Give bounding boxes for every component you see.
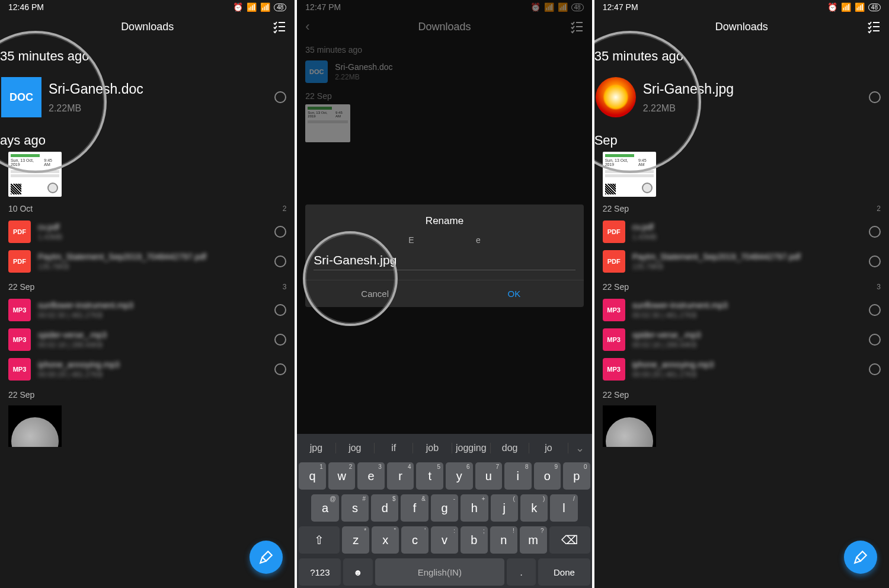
key-s[interactable]: s# bbox=[341, 494, 369, 522]
select-checkbox[interactable] bbox=[642, 183, 653, 193]
select-checkbox[interactable] bbox=[274, 334, 286, 346]
file-name: Paytm_Statement_Sep2019_7048442797.pdf bbox=[38, 252, 270, 261]
suggestion[interactable]: job bbox=[413, 443, 452, 453]
key-p[interactable]: p0 bbox=[563, 462, 590, 490]
ticket-thumbnail[interactable]: Sun, 13 Oct, 20199:45 AM bbox=[603, 152, 656, 197]
key-l[interactable]: l/ bbox=[550, 494, 577, 522]
cancel-button[interactable]: Cancel bbox=[305, 280, 444, 307]
file-row[interactable]: MP3 spider-verse_.mp300:02:18 | 289.44KB bbox=[594, 325, 889, 354]
file-row[interactable]: MP3 iphone_annoying.mp300:00:29 | 481.27… bbox=[0, 354, 295, 384]
ticket-thumbnail[interactable]: Sun, 13 Oct, 20199:45 AM bbox=[8, 152, 62, 197]
broom-icon bbox=[258, 549, 274, 565]
file-row[interactable]: PDF Paytm_Statement_Sep2019_7048442797.p… bbox=[0, 247, 295, 276]
clean-fab[interactable] bbox=[844, 541, 877, 574]
select-checkbox[interactable] bbox=[869, 334, 881, 346]
keyboard-row: q1w2e3r4t5y6u7i8o9p0 bbox=[297, 460, 591, 492]
suggestion[interactable]: jpg bbox=[297, 443, 335, 453]
key-y[interactable]: y6 bbox=[446, 462, 473, 490]
key-w[interactable]: w2 bbox=[328, 462, 356, 490]
key-b[interactable]: b; bbox=[461, 526, 488, 554]
clean-fab[interactable] bbox=[250, 541, 283, 574]
select-checkbox[interactable] bbox=[869, 255, 881, 267]
image-thumbnail[interactable] bbox=[603, 405, 656, 447]
broom-icon bbox=[853, 549, 868, 565]
select-checkbox[interactable] bbox=[869, 304, 881, 316]
date-label: 22 Sep bbox=[603, 390, 629, 400]
suggestion[interactable]: if bbox=[375, 443, 413, 453]
select-checkbox[interactable] bbox=[274, 91, 286, 103]
period-key[interactable]: . bbox=[507, 558, 536, 586]
select-mode-button[interactable] bbox=[866, 20, 881, 34]
key-k[interactable]: k) bbox=[520, 494, 548, 522]
key-e[interactable]: e3 bbox=[357, 462, 385, 490]
select-checkbox[interactable] bbox=[869, 226, 881, 238]
suggestion[interactable]: dog bbox=[491, 443, 529, 453]
suggestion-bar: jpg jog if job jogging dog jo ⌄ bbox=[297, 436, 591, 460]
file-size: 1.43MB bbox=[38, 233, 270, 241]
file-type-icon-doc: DOC bbox=[1, 77, 41, 117]
key-c[interactable]: c' bbox=[401, 526, 428, 554]
qr-code-icon bbox=[605, 184, 616, 194]
select-checkbox[interactable] bbox=[274, 226, 286, 238]
key-i[interactable]: i8 bbox=[504, 462, 532, 490]
file-type-icon-mp3: MP3 bbox=[603, 299, 625, 321]
keyboard-row: ?123 ☻ English(IN) . Done bbox=[297, 556, 591, 588]
suggestion[interactable]: jog bbox=[336, 443, 375, 453]
select-checkbox[interactable] bbox=[47, 183, 58, 193]
date-label: 22 Sep bbox=[8, 390, 34, 400]
file-row[interactable]: MP3 iphone_annoying.mp300:00:29 | 481.27… bbox=[594, 354, 889, 384]
ok-button[interactable]: OK bbox=[444, 280, 584, 307]
file-row[interactable]: MP3 spider-verse_.mp300:02:18 | 289.44KB bbox=[0, 325, 295, 354]
suggestion[interactable]: jo bbox=[529, 443, 568, 453]
key-z[interactable]: z* bbox=[342, 526, 369, 554]
file-row-featured[interactable]: DOC Sri-Ganesh.doc 2.22MB bbox=[0, 74, 295, 121]
file-row[interactable]: PDF cv.pdf1.43MB bbox=[0, 217, 295, 247]
select-checkbox[interactable] bbox=[274, 255, 286, 267]
key-d[interactable]: d$ bbox=[371, 494, 398, 522]
key-n[interactable]: n! bbox=[490, 526, 517, 554]
wifi-icon: 📶 bbox=[260, 2, 270, 12]
key-j[interactable]: j( bbox=[491, 494, 518, 522]
key-q[interactable]: q1 bbox=[299, 462, 326, 490]
file-row[interactable]: PDF cv.pdf1.43MB bbox=[594, 217, 889, 247]
select-checkbox[interactable] bbox=[869, 91, 881, 103]
key-f[interactable]: f& bbox=[401, 494, 428, 522]
key-o[interactable]: o9 bbox=[534, 462, 561, 490]
select-mode-button[interactable] bbox=[272, 20, 286, 34]
key-h[interactable]: h+ bbox=[461, 494, 488, 522]
backspace-key[interactable]: ⌫ bbox=[549, 526, 590, 554]
chevron-down-icon[interactable]: ⌄ bbox=[568, 442, 592, 455]
file-name: Sri-Ganesh.doc bbox=[49, 81, 270, 97]
file-row-featured[interactable]: Sri-Ganesh.jpg 2.22MB bbox=[594, 74, 889, 121]
space-key[interactable]: English(IN) bbox=[375, 558, 505, 586]
file-size: 2.22MB bbox=[643, 103, 864, 114]
key-m[interactable]: m? bbox=[520, 526, 547, 554]
rename-input[interactable] bbox=[314, 251, 575, 270]
select-checkbox[interactable] bbox=[274, 304, 286, 316]
suggestion[interactable]: jogging bbox=[452, 443, 491, 453]
select-checkbox[interactable] bbox=[869, 363, 881, 375]
file-row[interactable]: MP3 sunflower-instrument.mp300:02:30 | 4… bbox=[0, 295, 295, 325]
select-checkbox[interactable] bbox=[274, 363, 286, 375]
qr-code-icon bbox=[11, 184, 21, 194]
done-key[interactable]: Done bbox=[538, 558, 590, 586]
shift-key[interactable]: ⇧ bbox=[299, 526, 340, 554]
key-v[interactable]: v: bbox=[431, 526, 458, 554]
key-a[interactable]: a@ bbox=[311, 494, 338, 522]
key-r[interactable]: r4 bbox=[387, 462, 414, 490]
file-row[interactable]: MP3 sunflower-instrument.mp300:02:30 | 4… bbox=[594, 295, 889, 325]
image-thumbnail[interactable] bbox=[8, 405, 62, 447]
date-label: 22 Sep bbox=[8, 282, 34, 292]
emoji-key[interactable]: ☻ bbox=[343, 558, 372, 586]
file-size: 135.78KB bbox=[632, 263, 864, 271]
key-x[interactable]: x" bbox=[372, 526, 399, 554]
date-label: 10 Oct bbox=[8, 204, 33, 213]
file-size: 00:02:18 | 289.44KB bbox=[632, 341, 864, 349]
file-row[interactable]: PDF Paytm_Statement_Sep2019_7048442797.p… bbox=[594, 247, 889, 276]
symbols-key[interactable]: ?123 bbox=[299, 558, 341, 586]
file-name: sunflower-instrument.mp3 bbox=[632, 301, 864, 310]
key-u[interactable]: u7 bbox=[475, 462, 503, 490]
key-g[interactable]: g- bbox=[431, 494, 458, 522]
key-t[interactable]: t5 bbox=[416, 462, 443, 490]
section-header: Sep bbox=[594, 121, 889, 151]
